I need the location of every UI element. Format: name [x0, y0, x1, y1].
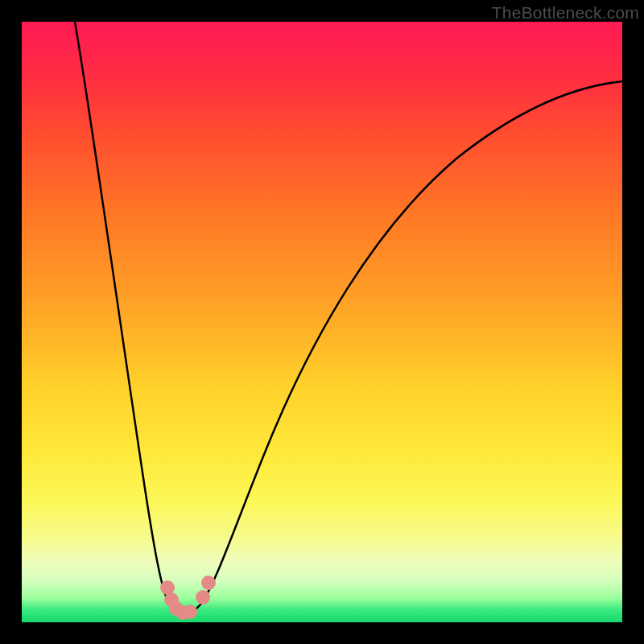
- attribution-text: TheBottleneck.com: [492, 3, 639, 23]
- marker-dot: [183, 605, 197, 619]
- marker-dot: [196, 590, 210, 605]
- marker-dot: [201, 576, 216, 590]
- curve-left-branch: [75, 22, 184, 613]
- curve-right-branch: [184, 81, 622, 613]
- chart-svg: [22, 22, 622, 622]
- chart-frame: [22, 22, 622, 622]
